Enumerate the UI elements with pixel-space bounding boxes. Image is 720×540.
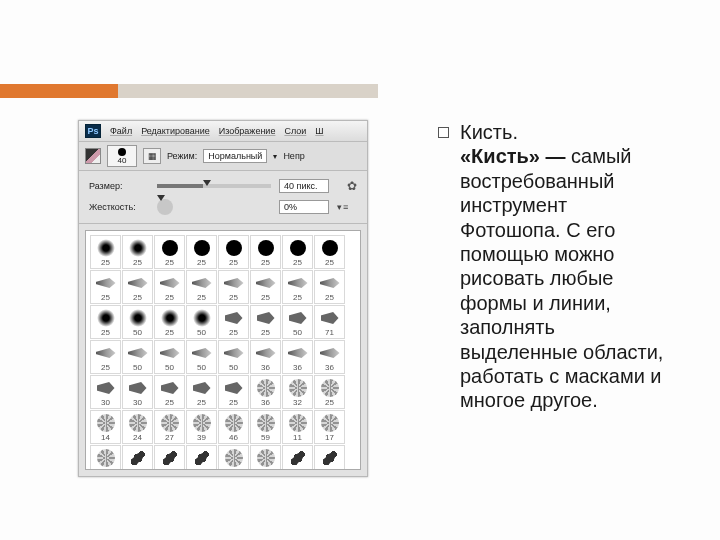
hardness-field[interactable]: 0% <box>279 200 329 214</box>
brush-size-label: 27 <box>165 434 174 442</box>
brush-preset[interactable]: 25 <box>186 235 217 269</box>
brush-thumb-icon <box>256 273 276 293</box>
brush-preset[interactable]: 25 <box>154 305 185 339</box>
menu-more[interactable]: Ш <box>315 126 323 136</box>
brush-preset[interactable]: 25 <box>122 235 153 269</box>
brush-preset[interactable]: 25 <box>250 235 281 269</box>
brush-preset[interactable]: 25 <box>154 270 185 304</box>
brush-preset[interactable]: 25 <box>314 270 345 304</box>
brush-tool-icon[interactable] <box>85 148 101 164</box>
brush-size-label: 25 <box>197 399 206 407</box>
brush-thumb-icon <box>320 273 340 293</box>
brush-preset[interactable]: 25 <box>122 270 153 304</box>
brush-preset[interactable]: 59 <box>250 410 281 444</box>
brush-thumb-icon <box>160 273 180 293</box>
size-label: Размер: <box>89 181 149 191</box>
brush-preset[interactable]: 25 <box>90 270 121 304</box>
brush-thumb-icon <box>320 448 340 468</box>
brush-preset[interactable]: 30 <box>90 375 121 409</box>
brush-preset[interactable]: 25 <box>90 340 121 374</box>
brush-preset[interactable]: 50 <box>282 305 313 339</box>
brush-size-label: 25 <box>101 329 110 337</box>
brush-preset[interactable]: 25 <box>282 270 313 304</box>
bullet-item: Кисть. «Кисть» — самый востребованный ин… <box>438 120 670 413</box>
brush-preset[interactable]: 36 <box>282 340 313 374</box>
brush-preset[interactable]: 25 <box>90 305 121 339</box>
menu-layers[interactable]: Слои <box>284 126 306 136</box>
brush-preset[interactable]: 25 <box>250 305 281 339</box>
size-slider[interactable] <box>157 184 271 188</box>
brush-preset[interactable]: 30 <box>122 375 153 409</box>
brush-size-label: 25 <box>165 399 174 407</box>
brush-preset[interactable]: 25 <box>218 305 249 339</box>
brush-preset[interactable]: 50 <box>186 340 217 374</box>
brush-preset[interactable]: 50 <box>154 340 185 374</box>
menu-image[interactable]: Изображение <box>219 126 276 136</box>
panel-menu-icon[interactable]: ▾≡ <box>337 202 357 212</box>
chevron-down-icon[interactable]: ▾ <box>273 152 277 161</box>
brush-thumb-icon <box>128 378 148 398</box>
brush-thumb-icon <box>256 308 276 328</box>
hardness-slider[interactable] <box>157 199 173 215</box>
brush-preset[interactable]: 60 <box>186 445 217 470</box>
brush-preset[interactable]: 25 <box>154 235 185 269</box>
brush-thumb-icon <box>160 448 180 468</box>
brush-grid[interactable]: 2525252525252525252525252525252525502550… <box>85 230 361 470</box>
brush-preset[interactable]: 24 <box>122 410 153 444</box>
brush-size-label: 24 <box>133 434 142 442</box>
brush-size-label: 25 <box>261 329 270 337</box>
brush-thumb-icon <box>320 378 340 398</box>
brush-preset[interactable]: 11 <box>282 410 313 444</box>
brush-preset[interactable]: 25 <box>218 375 249 409</box>
brush-preset[interactable]: 14 <box>218 445 249 470</box>
brush-preset[interactable]: 17 <box>314 410 345 444</box>
brush-preset[interactable]: 71 <box>314 305 345 339</box>
brush-preset[interactable]: 36 <box>122 445 153 470</box>
brush-preset[interactable]: 25 <box>314 235 345 269</box>
size-field[interactable]: 40 пикс. <box>279 179 329 193</box>
menu-edit[interactable]: Редактирование <box>141 126 210 136</box>
brush-thumb-icon <box>160 308 180 328</box>
brush-preset[interactable]: 25 <box>282 235 313 269</box>
brush-preset[interactable]: 25 <box>314 375 345 409</box>
brush-thumb-icon <box>96 308 116 328</box>
brush-preset[interactable]: 25 <box>186 270 217 304</box>
brush-preset-chip[interactable]: 40 <box>107 145 137 167</box>
brush-preset[interactable]: 25 <box>186 375 217 409</box>
brush-preset[interactable]: 36 <box>250 340 281 374</box>
brush-panel-toggle-icon[interactable]: ▦ <box>143 148 161 164</box>
brush-preset[interactable]: 32 <box>282 375 313 409</box>
brush-size-label: 25 <box>229 294 238 302</box>
gear-icon[interactable]: ✿ <box>337 179 357 193</box>
brush-preset[interactable]: 50 <box>122 340 153 374</box>
brush-preset[interactable]: 25 <box>90 235 121 269</box>
opacity-label: Непр <box>283 151 304 161</box>
menu-file[interactable]: Файл <box>110 126 132 136</box>
brush-preset[interactable]: 39 <box>186 410 217 444</box>
brush-preset[interactable]: 25 <box>218 235 249 269</box>
brush-preset[interactable]: 33 <box>282 445 313 470</box>
brush-preset[interactable]: 50 <box>218 340 249 374</box>
accent-tan <box>118 84 378 98</box>
ps-menubar: Ps Файл Редактирование Изображение Слои … <box>79 121 367 142</box>
brush-preset[interactable]: 25 <box>154 375 185 409</box>
brush-thumb-icon <box>192 378 212 398</box>
brush-preset[interactable]: 26 <box>250 445 281 470</box>
brush-preset[interactable]: 25 <box>218 270 249 304</box>
brush-preset[interactable]: 50 <box>122 305 153 339</box>
brush-preset[interactable]: 36 <box>314 340 345 374</box>
brush-preset[interactable]: 27 <box>154 410 185 444</box>
brush-preset[interactable]: 46 <box>218 410 249 444</box>
mode-select[interactable]: Нормальный <box>203 149 267 163</box>
brush-preset[interactable]: 14 <box>90 410 121 444</box>
brush-preset[interactable]: 25 <box>250 270 281 304</box>
brush-preset[interactable]: 23 <box>90 445 121 470</box>
brush-thumb-icon <box>128 413 148 433</box>
brush-thumb-icon <box>288 343 308 363</box>
brush-preset[interactable]: 44 <box>154 445 185 470</box>
bullet-bold: «Кисть» — <box>460 145 566 167</box>
brush-preset[interactable]: 42 <box>314 445 345 470</box>
brush-size-label: 17 <box>325 434 334 442</box>
brush-preset[interactable]: 36 <box>250 375 281 409</box>
brush-preset[interactable]: 50 <box>186 305 217 339</box>
